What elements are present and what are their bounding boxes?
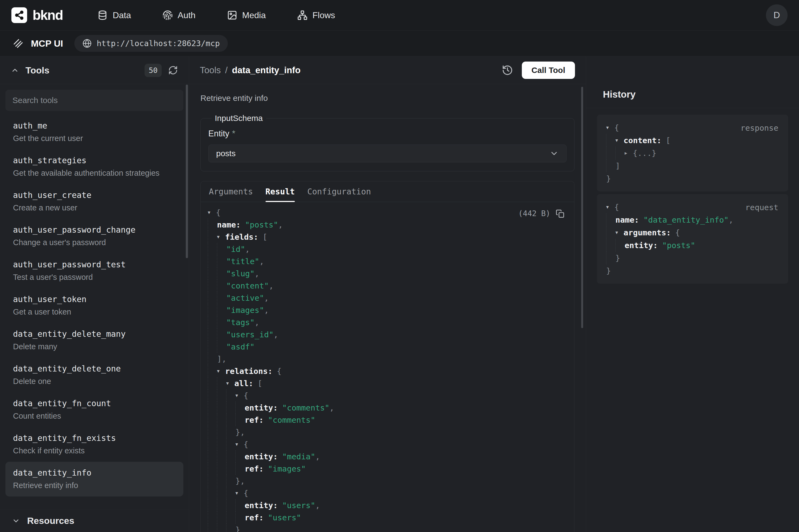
indent-guide — [208, 426, 217, 438]
indent-guide — [208, 341, 217, 353]
result-card: ArgumentsResultConfiguration (442 B) ▼{n… — [201, 181, 574, 532]
json-string-value: "title" — [226, 257, 259, 266]
tool-list-item-data_entity_fn_count[interactable]: data_entity_fn_countCount entities — [5, 392, 183, 427]
json-punctuation: { — [675, 228, 680, 237]
tools-section-title: Tools — [25, 65, 49, 76]
nav-item-media[interactable]: Media — [227, 10, 266, 20]
json-string-value: "id" — [226, 245, 245, 254]
indent-guide — [208, 402, 217, 414]
tab-configuration[interactable]: Configuration — [307, 182, 371, 202]
tool-list-item-data_entity_fn_exists[interactable]: data_entity_fn_existsCheck if entity exi… — [5, 427, 183, 462]
indent-guide — [217, 390, 226, 402]
tools-section-header[interactable]: Tools 50 — [0, 56, 189, 84]
nav-item-auth[interactable]: Auth — [163, 10, 195, 20]
avatar[interactable]: D — [766, 4, 787, 26]
tool-name: auth_strategies — [13, 155, 176, 166]
json-string-value: "posts" — [245, 220, 278, 229]
breadcrumb-root[interactable]: Tools — [200, 65, 221, 75]
indent-guide — [226, 438, 235, 450]
chevron-down-icon[interactable] — [12, 517, 20, 525]
json-punctuation: } — [606, 174, 611, 183]
tool-description: Retrieve entity info — [201, 94, 574, 103]
main-panel: Tools / data_entity_info Call Tool Retri… — [189, 56, 586, 532]
json-line: ▼{ — [208, 390, 566, 402]
copy-icon[interactable] — [556, 209, 565, 218]
json-string-value: "data_entity_info" — [643, 215, 728, 225]
indent-guide — [208, 390, 217, 402]
nav-item-label: Data — [113, 10, 131, 20]
indent-guide — [615, 239, 625, 252]
tool-list-item-auth_strategies[interactable]: auth_strategiesGet the available authent… — [5, 149, 183, 184]
json-key: arguments: — [624, 228, 671, 237]
tree-expanded-icon[interactable]: ▼ — [606, 125, 614, 130]
tree-expanded-icon[interactable]: ▼ — [226, 381, 234, 386]
json-line: } — [208, 524, 566, 532]
resources-section-header[interactable]: Resources — [0, 509, 189, 532]
tool-list-item-data_entity_info[interactable]: data_entity_infoRetrieve entity info — [5, 462, 183, 496]
tool-list-item-auth_user_create[interactable]: auth_user_createCreate a new user — [5, 184, 183, 219]
chevron-up-icon[interactable] — [11, 66, 19, 74]
json-line: name:"posts", — [208, 218, 566, 231]
tool-list-item-data_entity_delete_one[interactable]: data_entity_delete_oneDelete one — [5, 358, 183, 392]
indent-guide — [208, 475, 217, 487]
mcp-url-pill[interactable]: http://localhost:28623/mcp — [74, 35, 228, 52]
tab-arguments[interactable]: Arguments — [209, 182, 253, 202]
mcp-logo-icon — [13, 38, 24, 49]
tree-expanded-icon[interactable]: ▼ — [217, 368, 225, 374]
history-icon[interactable] — [502, 64, 513, 76]
json-key: relations: — [225, 366, 272, 376]
json-result-view: (442 B) ▼{name:"posts",▼fields:["id","ti… — [201, 202, 574, 532]
indent-guide — [217, 524, 226, 532]
json-string-value: "active" — [226, 293, 264, 303]
tool-list-item-auth_user_token[interactable]: auth_user_tokenGet a user token — [5, 288, 183, 323]
tool-name: data_entity_fn_count — [13, 398, 176, 409]
indent-guide — [208, 304, 217, 316]
history-entry-response[interactable]: response▼{▼content:[▶{...}]} — [597, 115, 788, 191]
sidebar: Tools 50 auth_meGet the current userauth… — [0, 56, 189, 532]
nav-item-label: Media — [242, 10, 266, 20]
indent-guide — [208, 377, 217, 390]
entity-select[interactable]: posts — [208, 145, 567, 163]
json-line: ref:"users" — [208, 511, 566, 524]
json-line: ref:"comments" — [208, 414, 566, 426]
brand-name: bknd — [33, 7, 63, 23]
json-punctuation: , — [259, 257, 264, 266]
tree-expanded-icon[interactable]: ▼ — [615, 230, 624, 235]
tree-expanded-icon[interactable]: ▼ — [235, 442, 244, 447]
tool-description: Delete one — [13, 376, 176, 387]
indent-guide — [208, 365, 217, 377]
tree-expanded-icon[interactable]: ▼ — [235, 491, 244, 496]
sidebar-scrollbar[interactable] — [186, 84, 188, 258]
call-tool-button[interactable]: Call Tool — [522, 61, 575, 79]
json-line: entity:"users", — [208, 499, 566, 511]
json-line: entity:"posts" — [606, 239, 779, 252]
history-entry-request[interactable]: request▼{name:"data_entity_info",▼argume… — [597, 194, 788, 284]
tree-expanded-icon[interactable]: ▼ — [217, 234, 225, 240]
tool-list-item-data_entity_delete_many[interactable]: data_entity_delete_manyDelete many — [5, 323, 183, 358]
tree-expanded-icon[interactable]: ▼ — [235, 393, 244, 398]
tab-result[interactable]: Result — [266, 182, 295, 202]
tree-expanded-icon[interactable]: ▼ — [208, 210, 216, 215]
search-input[interactable] — [13, 96, 176, 105]
tool-list-item-auth_user_password_change[interactable]: auth_user_password_changeChange a user's… — [5, 219, 183, 253]
json-line: "asdf" — [208, 341, 566, 353]
tree-collapsed-icon[interactable]: ▶ — [625, 151, 633, 156]
brand-logo[interactable]: bknd — [12, 7, 63, 23]
tool-list-item-auth_me[interactable]: auth_meGet the current user — [5, 115, 183, 149]
tree-expanded-icon[interactable]: ▼ — [615, 138, 624, 143]
main-scrollbar[interactable] — [581, 87, 583, 328]
refresh-icon[interactable] — [168, 65, 178, 75]
nav-item-flows[interactable]: Flows — [297, 10, 335, 20]
json-line: }, — [208, 426, 566, 438]
indent-guide — [235, 511, 245, 524]
indent-guide — [606, 226, 615, 239]
json-line: ▼{ — [208, 487, 566, 499]
nav-item-data[interactable]: Data — [97, 10, 131, 20]
json-key: content: — [624, 136, 662, 145]
json-string-value: "posts" — [662, 241, 695, 250]
tool-list-item-auth_user_password_test[interactable]: auth_user_password_testTest a user's pas… — [5, 253, 183, 288]
json-line: "users_id", — [208, 328, 566, 341]
indent-guide — [208, 280, 217, 292]
tree-expanded-icon[interactable]: ▼ — [606, 205, 614, 210]
json-string-value: "media" — [282, 452, 315, 461]
